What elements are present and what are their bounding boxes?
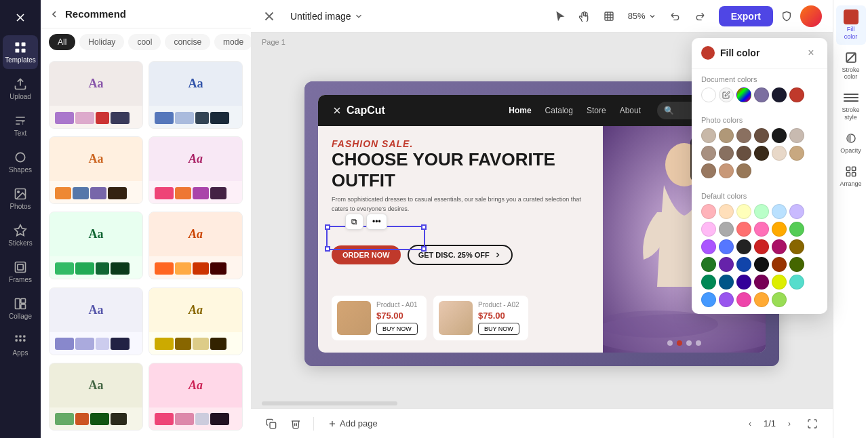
dc-1[interactable] xyxy=(701,204,716,219)
export-button[interactable]: Export xyxy=(719,6,773,26)
product-buy-1[interactable]: BUY NOW xyxy=(376,323,418,335)
tag-all[interactable]: All xyxy=(49,34,75,50)
popup-close-button[interactable]: × xyxy=(804,46,818,60)
doc-color-multi[interactable] xyxy=(736,87,751,102)
dc-34[interactable] xyxy=(754,292,769,307)
template-card-1[interactable]: Aa xyxy=(49,61,143,129)
dot-1[interactable] xyxy=(667,340,673,346)
dc-12[interactable] xyxy=(789,222,804,237)
photo-color-6[interactable] xyxy=(789,128,804,143)
zoom-control[interactable]: 85% xyxy=(623,8,662,24)
dc-20[interactable] xyxy=(719,257,734,272)
expand-button[interactable] xyxy=(803,414,822,433)
sidebar-item-text[interactable]: T Text xyxy=(3,108,38,142)
dc-8[interactable] xyxy=(719,222,734,237)
right-panel-stroke-style[interactable]: Strokestyle xyxy=(836,86,866,125)
undo-button[interactable] xyxy=(665,5,686,27)
order-now-button[interactable]: ORDER NOW xyxy=(332,245,401,264)
panel-back-button[interactable] xyxy=(49,9,60,20)
tag-mode[interactable]: mode xyxy=(214,34,251,50)
photo-color-9[interactable] xyxy=(736,146,751,161)
selection-more-icon[interactable]: ••• xyxy=(366,214,387,230)
photo-color-5[interactable] xyxy=(772,128,787,143)
doc-color-dark[interactable] xyxy=(772,87,787,102)
right-panel-stroke-color[interactable]: Strokecolor xyxy=(836,46,866,85)
photo-color-3[interactable] xyxy=(736,128,751,143)
dot-4[interactable] xyxy=(696,340,701,346)
dot-2[interactable] xyxy=(677,340,682,346)
dc-9[interactable] xyxy=(736,222,751,237)
doc-color-edit[interactable] xyxy=(719,87,734,102)
doc-color-white[interactable] xyxy=(701,87,716,102)
dc-27[interactable] xyxy=(736,275,751,290)
dc-19[interactable] xyxy=(701,257,716,272)
sidebar-item-collage[interactable]: Collage xyxy=(3,292,38,325)
dc-16[interactable] xyxy=(754,239,769,254)
right-panel-fill-color[interactable]: Fillcolor xyxy=(836,5,866,45)
tag-concise[interactable]: concise xyxy=(165,34,210,50)
photo-color-12[interactable] xyxy=(789,146,804,161)
photo-color-2[interactable] xyxy=(719,128,734,143)
photo-color-8[interactable] xyxy=(719,146,734,161)
sidebar-item-stickers[interactable]: Stickers xyxy=(3,218,38,252)
dc-5[interactable] xyxy=(772,204,787,219)
photo-color-7[interactable] xyxy=(701,146,716,161)
dc-22[interactable] xyxy=(754,257,769,272)
dc-24[interactable] xyxy=(789,257,804,272)
scrollbar[interactable] xyxy=(262,401,397,405)
cursor-tool[interactable] xyxy=(549,5,571,27)
tag-cool[interactable]: cool xyxy=(128,34,161,50)
dc-31[interactable] xyxy=(701,292,716,307)
dc-33[interactable] xyxy=(736,292,751,307)
product-buy-2[interactable]: BUY NOW xyxy=(478,323,519,335)
redo-button[interactable] xyxy=(689,5,711,27)
prev-page-button[interactable]: ‹ xyxy=(742,416,758,432)
dc-28[interactable] xyxy=(754,275,769,290)
dc-26[interactable] xyxy=(719,275,734,290)
right-panel-arrange[interactable]: Arrange xyxy=(836,160,866,192)
dc-30[interactable] xyxy=(789,275,804,290)
dc-15[interactable] xyxy=(736,239,751,254)
dc-11[interactable] xyxy=(772,222,787,237)
photo-color-4[interactable] xyxy=(754,128,769,143)
next-page-button[interactable]: › xyxy=(781,416,797,432)
sidebar-item-shapes[interactable]: Shapes xyxy=(3,145,38,179)
dc-21[interactable] xyxy=(736,257,751,272)
dc-7[interactable] xyxy=(701,222,716,237)
duplicate-page-button[interactable] xyxy=(262,414,281,433)
selection-copy-icon[interactable]: ⧉ xyxy=(345,214,363,230)
sidebar-item-apps[interactable]: Apps xyxy=(3,328,38,362)
photo-color-15[interactable] xyxy=(736,163,751,178)
template-card-6[interactable]: Aa xyxy=(149,212,243,279)
template-card-2[interactable]: Aa xyxy=(149,61,243,129)
sidebar-item-photos[interactable]: Photos xyxy=(3,182,38,216)
dc-14[interactable] xyxy=(719,239,734,254)
dc-6[interactable] xyxy=(789,204,804,219)
template-card-7[interactable]: Aa xyxy=(49,287,143,355)
template-card-9[interactable]: Aa xyxy=(49,363,143,431)
hand-tool[interactable] xyxy=(574,5,595,27)
add-page-button[interactable]: Add page xyxy=(322,416,383,431)
dc-25[interactable] xyxy=(701,275,716,290)
dot-3[interactable] xyxy=(686,340,692,346)
sidebar-item-upload[interactable]: Upload xyxy=(3,72,38,106)
photo-color-10[interactable] xyxy=(754,146,769,161)
delete-page-button[interactable] xyxy=(286,414,305,433)
dc-18[interactable] xyxy=(789,239,804,254)
user-avatar[interactable] xyxy=(800,5,822,27)
dc-32[interactable] xyxy=(719,292,734,307)
dc-29[interactable] xyxy=(772,275,787,290)
photo-color-13[interactable] xyxy=(701,163,716,178)
dc-3[interactable] xyxy=(736,204,751,219)
doc-title[interactable]: Untitled image xyxy=(290,11,363,22)
doc-color-red[interactable] xyxy=(789,87,804,102)
sidebar-item-logo[interactable] xyxy=(3,5,38,30)
template-card-5[interactable]: Aa xyxy=(49,212,143,279)
right-panel-opacity[interactable]: Opacity xyxy=(836,127,866,159)
template-card-10[interactable]: Aa xyxy=(149,363,243,431)
dc-4[interactable] xyxy=(754,204,769,219)
template-card-8[interactable]: Aa xyxy=(149,287,243,355)
dc-10[interactable] xyxy=(754,222,769,237)
frame-tool[interactable] xyxy=(598,5,620,27)
sidebar-item-frames[interactable]: Frames xyxy=(3,255,38,289)
